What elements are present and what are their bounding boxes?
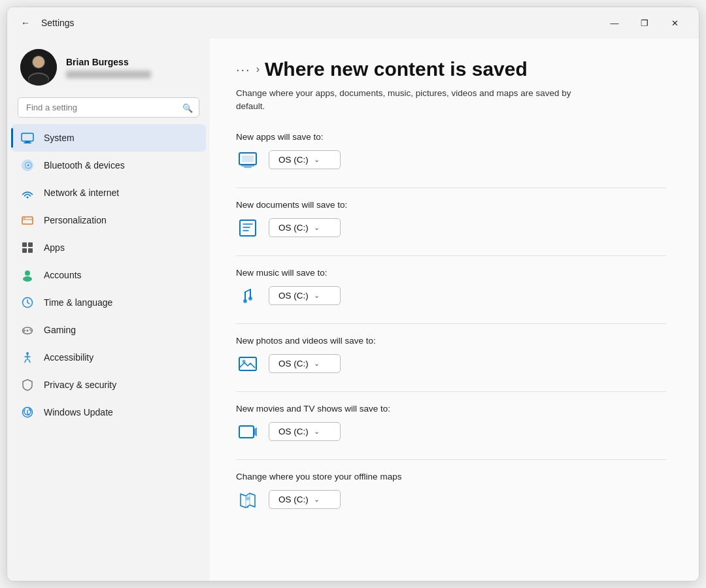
svg-rect-30: [240, 220, 256, 236]
photos-dropdown[interactable]: OS (C:) ⌄: [269, 354, 341, 373]
apps-dropdown[interactable]: OS (C:) ⌄: [269, 150, 341, 169]
search-input[interactable]: [18, 97, 199, 118]
maximize-button[interactable]: ❐: [630, 12, 660, 33]
svg-rect-13: [22, 242, 27, 247]
breadcrumb-arrow: ›: [256, 63, 260, 75]
save-row-music: OS (C:) ⌄: [236, 284, 666, 308]
music-dropdown-arrow: ⌄: [314, 291, 320, 300]
system-icon: [20, 131, 35, 145]
sidebar-item-privacy-label: Privacy & security: [44, 380, 116, 390]
titlebar-title: Settings: [41, 18, 75, 28]
sidebar-item-personalization[interactable]: Personalization: [11, 206, 206, 234]
svg-rect-6: [25, 141, 30, 142]
back-button[interactable]: ←: [16, 14, 35, 32]
privacy-icon: [20, 378, 35, 392]
save-item-documents: New documents will save to: OS (C:) ⌄: [236, 200, 666, 240]
svg-point-12: [24, 218, 25, 219]
svg-rect-16: [28, 248, 33, 253]
sidebar-item-bluetooth[interactable]: ☉ Bluetooth & devices: [11, 152, 206, 179]
sidebar-item-network[interactable]: Network & internet: [11, 179, 206, 206]
close-button[interactable]: ✕: [660, 12, 690, 33]
svg-text:☉: ☉: [24, 160, 33, 171]
sidebar-item-apps[interactable]: Apps: [11, 234, 206, 261]
minimize-button[interactable]: —: [599, 12, 630, 33]
maps-dropdown-arrow: ⌄: [314, 495, 320, 504]
accessibility-icon: [20, 350, 35, 365]
documents-save-icon: [236, 216, 260, 240]
movies-dropdown-value: OS (C:): [278, 427, 309, 436]
save-row-photos: OS (C:) ⌄: [236, 352, 666, 376]
music-dropdown-value: OS (C:): [278, 291, 309, 301]
sidebar-item-accounts[interactable]: Accounts: [11, 261, 206, 289]
svg-point-22: [29, 329, 31, 331]
svg-point-10: [27, 197, 29, 199]
breadcrumb: ··· › Where new content is saved: [236, 58, 666, 80]
photos-dropdown-arrow: ⌄: [314, 359, 320, 368]
apps-nav-icon: [20, 240, 35, 255]
svg-point-32: [248, 297, 252, 301]
svg-point-31: [243, 299, 247, 303]
sidebar-item-network-label: Network & internet: [44, 188, 119, 198]
svg-rect-5: [22, 133, 33, 141]
save-label-movies: New movies and TV shows will save to:: [236, 404, 666, 414]
settings-window: ← Settings — ❐ ✕: [7, 7, 699, 581]
save-label-apps: New apps will save to:: [236, 132, 666, 142]
svg-point-36: [246, 497, 250, 500]
documents-dropdown[interactable]: OS (C:) ⌄: [269, 218, 341, 237]
sidebar-item-time[interactable]: Time & language: [11, 289, 206, 316]
sidebar-item-update[interactable]: Windows Update: [11, 399, 206, 426]
user-name: Brian Burgess: [66, 57, 151, 67]
save-row-maps: OS (C:) ⌄: [236, 488, 666, 512]
svg-point-18: [23, 276, 32, 282]
page-description: Change where your apps, documents, music…: [236, 87, 602, 114]
svg-rect-7: [24, 142, 31, 144]
svg-rect-14: [28, 242, 33, 247]
sidebar-item-accessibility[interactable]: Accessibility: [11, 344, 206, 371]
documents-dropdown-value: OS (C:): [278, 223, 309, 233]
sidebar-item-gaming[interactable]: Gaming: [11, 316, 206, 344]
music-dropdown[interactable]: OS (C:) ⌄: [269, 286, 341, 305]
avatar: [20, 49, 57, 86]
save-row-movies: OS (C:) ⌄: [236, 420, 666, 444]
content-area: ··· › Where new content is saved Change …: [210, 39, 699, 581]
sidebar-item-time-label: Time & language: [44, 297, 112, 308]
save-row-documents: OS (C:) ⌄: [236, 216, 666, 240]
maps-save-icon: [236, 488, 260, 512]
sidebar-item-bluetooth-label: Bluetooth & devices: [44, 160, 125, 171]
gaming-icon: [20, 323, 35, 337]
svg-point-17: [25, 270, 30, 276]
maps-dropdown[interactable]: OS (C:) ⌄: [269, 490, 341, 509]
photos-dropdown-value: OS (C:): [278, 359, 309, 368]
save-label-photos: New photos and videos will save to:: [236, 336, 666, 346]
sidebar-item-privacy[interactable]: Privacy & security: [11, 371, 206, 399]
sidebar-item-system-label: System: [44, 133, 75, 143]
sidebar-item-system[interactable]: System: [11, 124, 206, 152]
movies-dropdown[interactable]: OS (C:) ⌄: [269, 422, 341, 441]
save-label-music: New music will save to:: [236, 268, 666, 278]
save-row-apps: OS (C:) ⌄: [236, 148, 666, 172]
svg-rect-29: [242, 155, 254, 162]
save-label-documents: New documents will save to:: [236, 200, 666, 210]
sidebar: Brian Burgess 🔍: [7, 39, 210, 581]
svg-rect-33: [239, 357, 256, 370]
save-label-maps: Change where you store your offline maps: [236, 472, 666, 482]
save-item-movies: New movies and TV shows will save to: OS…: [236, 404, 666, 444]
user-info: Brian Burgess: [66, 57, 151, 78]
apps-save-icon: [236, 148, 260, 172]
apps-dropdown-arrow: ⌄: [314, 155, 320, 164]
search-box: 🔍: [18, 97, 199, 118]
photos-save-icon: [236, 352, 260, 376]
svg-point-4: [29, 74, 48, 86]
sidebar-item-update-label: Windows Update: [44, 407, 113, 417]
svg-rect-15: [22, 248, 27, 253]
personalization-icon: [20, 213, 35, 227]
breadcrumb-dots[interactable]: ···: [236, 62, 251, 77]
maps-dropdown-value: OS (C:): [278, 495, 309, 504]
movies-dropdown-arrow: ⌄: [314, 427, 320, 436]
svg-rect-35: [239, 426, 254, 438]
accounts-icon: [20, 268, 35, 282]
network-icon: [20, 186, 35, 200]
svg-point-3: [33, 56, 44, 68]
bluetooth-icon: ☉: [20, 158, 35, 172]
titlebar-controls: — ❐ ✕: [599, 12, 690, 33]
